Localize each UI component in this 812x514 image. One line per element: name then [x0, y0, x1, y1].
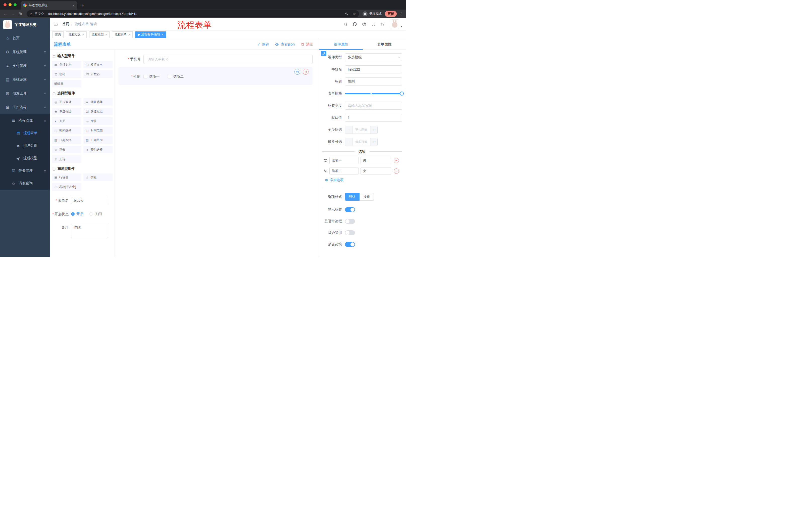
palette-item-upload[interactable]: ⇧ 上传: [52, 155, 81, 163]
browser-menu-icon[interactable]: ⋮: [399, 11, 403, 16]
zoom-window-button[interactable]: [13, 3, 17, 6]
drag-handle-icon[interactable]: [323, 158, 327, 162]
view-json-button[interactable]: 查看json: [275, 42, 295, 47]
palette-item-select[interactable]: ◎ 下拉选择: [52, 98, 81, 106]
sidebar-item-leave-query[interactable]: ☺ 请假查询: [0, 177, 50, 190]
palette-item-button[interactable]: ☝ 按钮: [83, 173, 113, 181]
address-bar[interactable]: ⚠ 不安全 dashboard.yudao.iocoder.cn/bpm/man…: [27, 10, 359, 17]
close-icon[interactable]: ×: [162, 33, 164, 36]
form-name-input[interactable]: [71, 197, 108, 204]
canvas-field-phone[interactable]: *手机号: [118, 55, 313, 64]
minimize-window-button[interactable]: [8, 3, 11, 6]
tag-home[interactable]: 首页: [53, 31, 63, 38]
increase-button[interactable]: +: [370, 126, 377, 134]
delete-field-button[interactable]: [303, 69, 309, 75]
status-on-radio[interactable]: 开启: [71, 212, 83, 216]
sidebar-item-payment[interactable]: ¥ 支付管理 ∨: [0, 59, 50, 73]
palette-item-radio-group[interactable]: ◉ 单选框组: [52, 108, 81, 115]
back-button[interactable]: ←: [2, 10, 9, 17]
option-1-name-input[interactable]: [329, 157, 358, 164]
palette-item-color-picker[interactable]: ◕ 颜色选择: [83, 146, 113, 154]
sidebar-item-home[interactable]: ⌂ 首页: [0, 31, 50, 45]
clear-button[interactable]: 清空: [301, 42, 313, 47]
palette-item-single-line-text[interactable]: ▭ 单行文本: [52, 61, 81, 69]
with-border-toggle[interactable]: [345, 219, 355, 224]
palette-item-checkbox-group[interactable]: ☑ 多选框组: [83, 108, 113, 115]
link-badge-icon[interactable]: [321, 51, 326, 56]
decrease-button[interactable]: −: [345, 126, 352, 134]
gender-option-2-checkbox[interactable]: 选项二: [168, 75, 184, 79]
tab-form-props[interactable]: 表单属性: [363, 39, 406, 50]
form-canvas[interactable]: *手机号: [115, 50, 319, 257]
tag-process-model[interactable]: 流程模型 ×: [89, 31, 110, 38]
new-tab-button[interactable]: +: [81, 3, 84, 8]
max-select-stepper[interactable]: − 最多可选 +: [345, 138, 378, 146]
canvas-field-gender-selected[interactable]: *性别 选项一 选项二: [118, 67, 313, 85]
decrease-button[interactable]: −: [345, 138, 352, 145]
tab-close-icon[interactable]: ×: [72, 3, 75, 7]
disabled-toggle[interactable]: [345, 231, 355, 235]
drag-handle-icon[interactable]: [323, 169, 327, 173]
user-avatar[interactable]: [390, 19, 399, 29]
save-button[interactable]: ✓ 保存: [257, 42, 269, 47]
palette-item-date-range[interactable]: ▥ 日期范围: [83, 136, 113, 144]
sidebar-item-system[interactable]: ⚙ 系统管理 ∨: [0, 45, 50, 59]
status-off-radio[interactable]: 关闭: [89, 212, 102, 216]
gender-option-1-checkbox[interactable]: 选项一: [143, 75, 160, 79]
sidebar-item-infrastructure[interactable]: ▤ 基础设施 ∨: [0, 73, 50, 86]
palette-item-rate[interactable]: ☆ 评分: [52, 146, 81, 154]
remove-option-button[interactable]: −: [394, 168, 399, 174]
forward-button[interactable]: →: [9, 10, 17, 17]
style-button-button[interactable]: 按钮: [359, 193, 374, 201]
palette-item-counter[interactable]: 123 计数器: [83, 71, 113, 78]
required-toggle[interactable]: [345, 242, 355, 247]
password-key-icon[interactable]: [344, 12, 349, 16]
sidebar-item-task-management[interactable]: ☑ 任务管理 ∨: [0, 164, 50, 177]
slider-track[interactable]: [345, 93, 402, 94]
show-label-toggle[interactable]: [345, 207, 355, 212]
sidebar-item-workflow[interactable]: ⊞ 工作流程 ∧: [0, 100, 50, 114]
min-select-stepper[interactable]: − 至少应选 +: [345, 126, 378, 134]
github-icon[interactable]: [352, 22, 357, 26]
font-size-icon[interactable]: [380, 22, 385, 26]
tag-process-form-edit[interactable]: 流程表单-编辑 ×: [135, 31, 166, 38]
tab-component-props[interactable]: 组件属性: [319, 39, 363, 50]
option-1-value-input[interactable]: [360, 157, 391, 164]
palette-item-date-picker[interactable]: ▦ 日期选择: [52, 136, 81, 144]
option-2-name-input[interactable]: [329, 167, 358, 175]
bookmark-star-icon[interactable]: ☆: [351, 12, 357, 16]
palette-item-time-range[interactable]: ◶ 时间范围: [83, 127, 113, 134]
sidebar-item-process-model[interactable]: ▶ 流程模型: [0, 152, 50, 164]
hamburger-menu-icon[interactable]: [54, 22, 58, 26]
reload-button[interactable]: ↻: [17, 10, 24, 17]
tag-process-definition[interactable]: 流程定义 ×: [66, 31, 87, 38]
fullscreen-icon[interactable]: [371, 22, 376, 26]
palette-item-row-container[interactable]: ▣ 行容器: [52, 173, 81, 181]
copy-field-button[interactable]: [294, 69, 300, 75]
close-icon[interactable]: ×: [128, 33, 130, 36]
palette-item-cascader[interactable]: ≣ 级联选择: [83, 98, 113, 106]
form-grid-slider[interactable]: [345, 89, 402, 98]
palette-item-table[interactable]: ⊞ 表格[开发中]: [52, 183, 81, 191]
close-window-button[interactable]: [3, 3, 6, 6]
option-2-value-input[interactable]: [360, 167, 391, 175]
sidebar-item-devtools[interactable]: ⊡ 研发工具 ∨: [0, 86, 50, 100]
sidebar-item-process-form[interactable]: ▤ 流程表单: [0, 127, 50, 139]
title-input[interactable]: [345, 77, 402, 85]
sidebar-item-process-management[interactable]: ☰ 流程管理 ∧: [0, 114, 50, 127]
component-type-select[interactable]: 多选框组 ▾: [345, 53, 402, 61]
palette-item-editor[interactable]: 编辑器: [52, 80, 81, 87]
slider-handle[interactable]: [400, 91, 404, 96]
close-icon[interactable]: ×: [105, 33, 107, 36]
remove-option-button[interactable]: −: [394, 158, 399, 163]
search-icon[interactable]: [343, 22, 348, 26]
phone-input[interactable]: [143, 55, 313, 64]
palette-item-slider[interactable]: ⊸ 滑块: [83, 117, 113, 125]
increase-button[interactable]: +: [370, 138, 377, 145]
palette-item-password[interactable]: ⊡ 密码: [52, 71, 81, 78]
palette-item-switch[interactable]: ◐ 开关: [52, 117, 81, 125]
close-icon[interactable]: ×: [82, 33, 84, 36]
palette-item-time-picker[interactable]: ◷ 时间选择: [52, 127, 81, 134]
update-browser-button[interactable]: 更新: [385, 11, 397, 17]
palette-item-multi-line-text[interactable]: ▤ 多行文本: [83, 61, 113, 69]
